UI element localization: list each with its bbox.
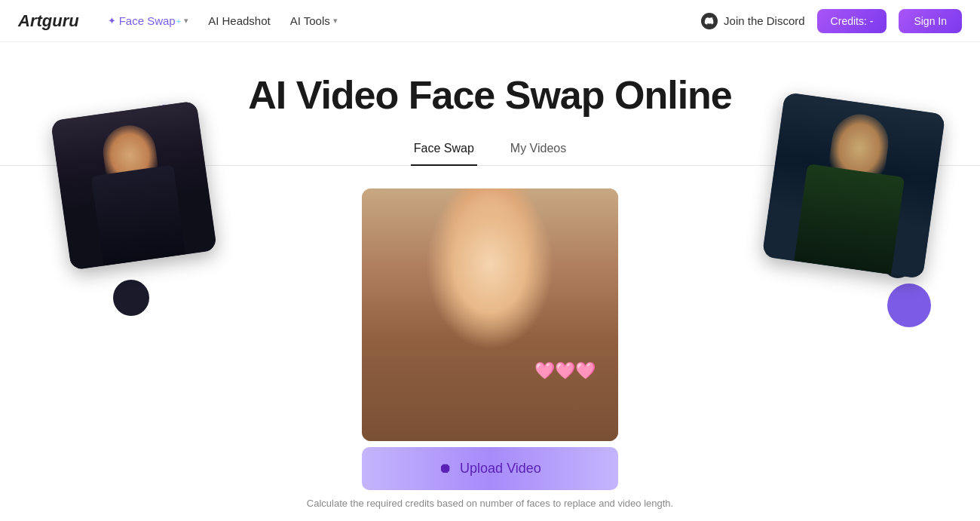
chevron-down-icon: ▾ (184, 16, 188, 26)
plus-icon: + (176, 17, 181, 26)
navbar: Artguru ✦ Face Swap + ▾ AI Headshot AI T… (0, 0, 980, 42)
credits-note: Calculate the required credits based on … (307, 498, 673, 509)
nav-ai-headshot[interactable]: AI Headshot (201, 10, 278, 32)
spark-icon: ✦ (108, 15, 116, 26)
body-left (90, 165, 185, 266)
credits-button[interactable]: Credits: - (817, 9, 887, 33)
signin-button[interactable]: Sign In (899, 9, 962, 33)
side-image-right (762, 92, 946, 279)
nav-right: Join the Discord Credits: - Sign In (701, 9, 962, 33)
upload-container: 🩷🩷🩷 ⏺ Upload Video Calculate the require… (307, 188, 673, 509)
main-content: AI Video Face Swap Online Face Swap My V… (0, 42, 980, 521)
dark-circle-left (113, 280, 149, 316)
discord-link[interactable]: Join the Discord (701, 13, 805, 29)
face-swap-nav-label: Face Swap (119, 14, 176, 27)
ai-tools-label: AI Tools (290, 14, 330, 27)
side-image-left (51, 100, 217, 270)
tab-my-videos[interactable]: My Videos (507, 136, 569, 166)
ai-headshot-label: AI Headshot (208, 14, 271, 27)
nav-ai-tools[interactable]: AI Tools ▾ (283, 10, 345, 32)
body-right (794, 164, 905, 274)
page-title: AI Video Face Swap Online (248, 72, 732, 118)
upload-button-label: Upload Video (460, 461, 541, 477)
video-preview-frame: 🩷🩷🩷 (362, 188, 618, 441)
loki-figure (762, 92, 946, 279)
purple-circle-decoration (887, 283, 931, 327)
upload-video-button[interactable]: ⏺ Upload Video (362, 447, 618, 490)
logo: Artguru (18, 11, 79, 31)
tab-face-swap[interactable]: Face Swap (411, 136, 477, 166)
wednesday-figure (51, 100, 217, 270)
chevron-down-icon-tools: ▾ (333, 16, 338, 26)
hearts-decoration: 🩷🩷🩷 (534, 361, 596, 381)
discord-icon (701, 13, 718, 29)
nav-face-swap[interactable]: ✦ Face Swap + ▾ (100, 10, 196, 32)
nav-links: ✦ Face Swap + ▾ AI Headshot AI Tools ▾ (100, 10, 701, 32)
upload-icon: ⏺ (439, 461, 452, 477)
woman-photo (362, 188, 618, 441)
discord-label: Join the Discord (724, 14, 805, 27)
